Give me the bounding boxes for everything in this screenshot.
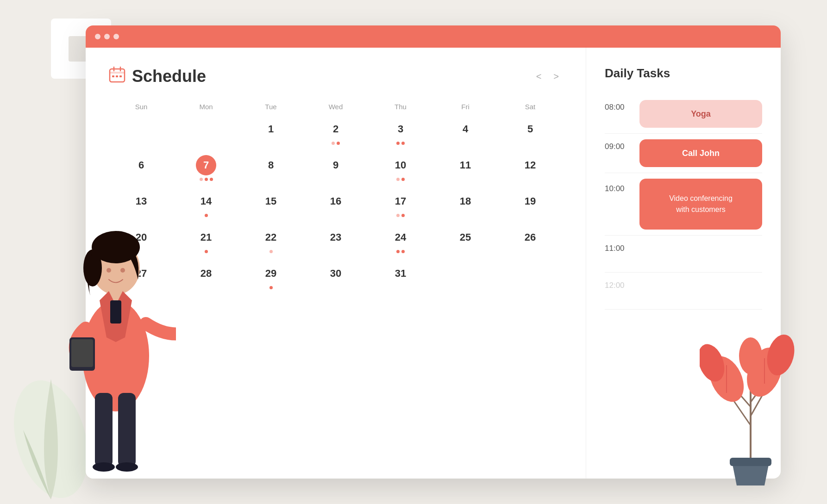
calendar-cell[interactable]: 12 (498, 155, 563, 181)
calendar-cell[interactable]: 25 (433, 227, 498, 253)
browser-dot-3 (113, 34, 119, 39)
schedule-title-wrap: Schedule (109, 66, 206, 87)
calendar-date[interactable]: 30 (326, 263, 346, 284)
calendar-date[interactable]: 18 (455, 191, 476, 212)
calendar-cell[interactable]: 18 (433, 191, 498, 217)
calendar-date[interactable]: 9 (326, 155, 346, 175)
task-time-1200: 12:00 (605, 278, 630, 290)
task-card-call-john[interactable]: Call John (639, 139, 762, 167)
calendar-cell[interactable]: 3 (368, 119, 433, 145)
calendar-cell[interactable]: 8 (238, 155, 303, 181)
nav-next-button[interactable]: > (550, 69, 563, 84)
calendar-cell[interactable]: 14 (174, 191, 238, 217)
calendar-date[interactable]: 8 (261, 155, 281, 175)
calendar-cell[interactable]: 11 (433, 155, 498, 181)
task-time-1000: 10:00 (605, 179, 630, 230)
svg-rect-2 (110, 72, 125, 74)
calendar-date[interactable]: 10 (390, 155, 411, 175)
cal-dot (210, 178, 213, 181)
calendar-cell[interactable]: 22 (238, 227, 303, 253)
calendar-cell[interactable]: 4 (433, 119, 498, 145)
calendar-cell[interactable]: 9 (303, 155, 368, 181)
calendar-date[interactable]: 21 (196, 227, 216, 248)
cal-dot (401, 178, 405, 181)
cal-dot (205, 250, 208, 253)
cal-dots (396, 142, 405, 145)
browser-titlebar (86, 25, 781, 48)
cal-dot (200, 178, 203, 181)
calendar-date[interactable]: 22 (261, 227, 281, 248)
calendar-cell[interactable]: 23 (303, 227, 368, 253)
calendar-date[interactable]: 2 (326, 119, 346, 139)
nav-arrows: < > (533, 69, 563, 84)
calendar-date[interactable]: 19 (520, 191, 540, 212)
calendar-cell[interactable]: 29 (238, 263, 303, 289)
calendar-cell[interactable]: 26 (498, 227, 563, 253)
task-time-0900: 09:00 (605, 139, 630, 151)
calendar-cell (433, 263, 498, 289)
calendar-cell[interactable]: 15 (238, 191, 303, 217)
day-header-sat: Sat (498, 103, 563, 111)
day-header-thu: Thu (368, 103, 433, 111)
calendar-cell[interactable]: 5 (498, 119, 563, 145)
calendar-date[interactable]: 7 (196, 155, 216, 175)
calendar-date[interactable]: 12 (520, 155, 540, 175)
calendar-date[interactable]: 25 (455, 227, 476, 248)
calendar-cell[interactable]: 17 (368, 191, 433, 217)
calendar-date[interactable]: 17 (390, 191, 411, 212)
calendar-cell[interactable]: 2 (303, 119, 368, 145)
svg-point-17 (107, 268, 111, 273)
browser-dot-1 (95, 34, 100, 39)
cal-dots (396, 250, 405, 253)
calendar-date[interactable]: 4 (455, 119, 476, 139)
calendar-date[interactable]: 23 (326, 227, 346, 248)
nav-prev-button[interactable]: < (533, 69, 545, 84)
calendar-cell[interactable]: 21 (174, 227, 238, 253)
calendar-cell[interactable]: 7 (174, 155, 238, 181)
task-card-video-conf[interactable]: Video conferencingwith customers (639, 179, 762, 230)
calendar-cell[interactable]: 24 (368, 227, 433, 253)
calendar-cell[interactable]: 19 (498, 191, 563, 217)
calendar-date[interactable]: 14 (196, 191, 216, 212)
calendar-date[interactable]: 28 (196, 263, 216, 284)
svg-rect-9 (95, 393, 113, 467)
calendar-date[interactable]: 29 (261, 263, 281, 284)
calendar-header-row: Sun Mon Tue Wed Thu Fri Sat (109, 103, 563, 111)
calendar-date[interactable]: 5 (520, 119, 540, 139)
calendar-cell[interactable]: 30 (303, 263, 368, 289)
plant-right-decoration (700, 333, 802, 499)
cal-dot (401, 142, 405, 145)
task-row-1000: 10:00 Video conferencingwith customers (605, 173, 762, 236)
calendar-date[interactable]: 3 (390, 119, 411, 139)
task-card-yoga[interactable]: Yoga (639, 100, 762, 128)
svg-point-18 (120, 268, 125, 273)
cal-dot (332, 142, 335, 145)
cal-dot (396, 178, 400, 181)
day-header-sun: Sun (109, 103, 174, 111)
calendar-date[interactable]: 26 (520, 227, 540, 248)
cal-dot (269, 250, 273, 253)
cal-dot (396, 142, 400, 145)
calendar-date[interactable]: 31 (390, 263, 411, 284)
calendar-cell[interactable]: 28 (174, 263, 238, 289)
cal-dots (200, 178, 213, 181)
calendar-cell[interactable]: 16 (303, 191, 368, 217)
calendar-date[interactable]: 1 (261, 119, 281, 139)
svg-rect-23 (730, 458, 771, 466)
cal-dots (269, 250, 273, 253)
cal-dots (269, 286, 273, 289)
calendar-date[interactable]: 15 (261, 191, 281, 212)
schedule-header: Schedule < > (109, 66, 563, 87)
calendar-cell[interactable]: 31 (368, 263, 433, 289)
calendar-date[interactable]: 11 (455, 155, 476, 175)
calendar-cell[interactable]: 1 (238, 119, 303, 145)
calendar-date[interactable]: 24 (390, 227, 411, 248)
cal-dot (205, 178, 208, 181)
calendar-body: 1234567891011121314151617181920212223242… (109, 119, 563, 289)
task-row-0800: 08:00 Yoga (605, 94, 762, 134)
svg-point-12 (116, 462, 138, 472)
task-time-0800: 08:00 (605, 100, 630, 112)
calendar-cell[interactable]: 10 (368, 155, 433, 181)
calendar-date[interactable]: 16 (326, 191, 346, 212)
task-row-0900: 09:00 Call John (605, 134, 762, 173)
